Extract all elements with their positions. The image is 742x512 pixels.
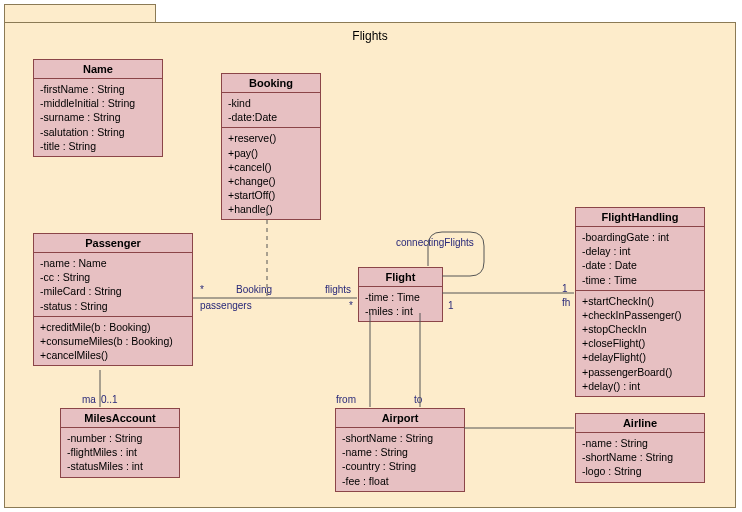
class-airline-header: Airline — [576, 414, 704, 433]
class-airport-header: Airport — [336, 409, 464, 428]
class-milesaccount-attrs: -number : String -flightMiles : int -sta… — [61, 428, 179, 477]
class-milesaccount-header: MilesAccount — [61, 409, 179, 428]
label-from: from — [336, 394, 356, 405]
label-flights: flights — [325, 284, 351, 295]
class-passenger-header: Passenger — [34, 234, 192, 253]
label-one-fh: 1 — [562, 283, 568, 294]
class-flighthandling-attrs: -boardingGate : int -delay : int -date :… — [576, 227, 704, 291]
class-passenger-attrs: -name : Name -cc : String -mileCard : St… — [34, 253, 192, 317]
class-flighthandling-header: FlightHandling — [576, 208, 704, 227]
class-booking-header: Booking — [222, 74, 320, 93]
class-name-attrs: -firstName : String -middleInitial : Str… — [34, 79, 162, 156]
label-connecting-flights: connectingFlights — [396, 237, 474, 248]
flights-package: Flights Name -firstName : String -middle… — [4, 22, 736, 508]
label-booking-assoc: Booking — [236, 284, 272, 295]
label-to: to — [414, 394, 422, 405]
class-passenger: Passenger -name : Name -cc : String -mil… — [33, 233, 193, 366]
class-airline: Airline -name : String -shortName : Stri… — [575, 413, 705, 483]
class-flight-header: Flight — [359, 268, 442, 287]
class-milesaccount: MilesAccount -number : String -flightMil… — [60, 408, 180, 478]
class-booking: Booking -kind -date:Date +reserve() +pay… — [221, 73, 321, 220]
class-flighthandling: FlightHandling -boardingGate : int -dela… — [575, 207, 705, 397]
class-airport-attrs: -shortName : String -name : String -coun… — [336, 428, 464, 491]
class-name-header: Name — [34, 60, 162, 79]
label-flights-star: * — [349, 300, 353, 311]
class-flight: Flight -time : Time -miles : int — [358, 267, 443, 322]
label-ma-mult: 0..1 — [101, 394, 118, 405]
class-passenger-ops: +creditMile(b : Booking) +consumeMiles(b… — [34, 317, 192, 366]
label-ma: ma — [82, 394, 96, 405]
class-airport: Airport -shortName : String -name : Stri… — [335, 408, 465, 492]
label-fh: fh — [562, 297, 570, 308]
class-flight-attrs: -time : Time -miles : int — [359, 287, 442, 321]
label-passengers: passengers — [200, 300, 252, 311]
class-airline-attrs: -name : String -shortName : String -logo… — [576, 433, 704, 482]
label-one-flight: 1 — [448, 300, 454, 311]
label-passengers-star: * — [200, 284, 204, 295]
class-booking-ops: +reserve() +pay() +cancel() +change() +s… — [222, 128, 320, 219]
package-tab — [4, 4, 156, 23]
class-booking-attrs: -kind -date:Date — [222, 93, 320, 128]
diagram-canvas: Flights Name -firstName : String -middle… — [0, 0, 742, 512]
package-title: Flights — [5, 29, 735, 43]
class-name: Name -firstName : String -middleInitial … — [33, 59, 163, 157]
class-flighthandling-ops: +startCheckIn() +checkInPassenger() +sto… — [576, 291, 704, 396]
